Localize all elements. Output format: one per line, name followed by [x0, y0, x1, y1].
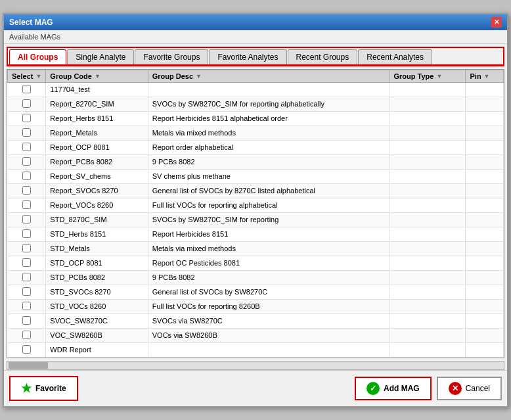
tab-favorite-groups[interactable]: Favorite Groups [135, 49, 208, 64]
row-checkbox-cell [8, 183, 46, 198]
group-code-filter-icon[interactable]: ▼ [95, 73, 100, 80]
row-group-type [389, 126, 466, 140]
row-checkbox[interactable] [22, 287, 31, 296]
row-checkbox[interactable] [22, 273, 31, 281]
title-bar: Select MAG ✕ [4, 14, 507, 30]
window-title: Select MAG [9, 18, 53, 27]
row-pin [466, 314, 504, 328]
row-group-desc: 9 PCBs 8082 [148, 154, 389, 169]
group-desc-label: Group Desc [152, 72, 193, 80]
row-group-desc: Report Herbicides 8151 [148, 227, 389, 241]
table-row: Report_Herbs 8151Report Herbicides 8151 … [8, 111, 504, 126]
data-table-container[interactable]: Select ▼ Group Code ▼ Group Desc ▼ [7, 69, 504, 358]
horizontal-scrollbar[interactable] [7, 361, 504, 370]
x-icon: ✕ [449, 382, 462, 395]
row-group-code: VOC_SW8260B [46, 328, 148, 342]
row-checkbox[interactable] [22, 128, 31, 137]
row-checkbox-cell [8, 314, 46, 328]
row-pin [466, 97, 504, 111]
row-pin [466, 241, 504, 256]
tab-recent-analytes[interactable]: Recent Analytes [358, 49, 432, 64]
row-group-type [389, 256, 466, 270]
table-header-row: Select ▼ Group Code ▼ Group Desc ▼ [8, 70, 504, 82]
row-checkbox[interactable] [22, 157, 31, 166]
row-group-type [389, 154, 466, 169]
row-checkbox[interactable] [22, 316, 31, 325]
close-button[interactable]: ✕ [491, 17, 502, 28]
pin-filter-icon[interactable]: ▼ [484, 73, 490, 80]
row-group-desc: General list of SVOCs by SW8270C [148, 285, 389, 299]
tab-all-groups[interactable]: All Groups [9, 49, 66, 64]
row-checkbox-cell [8, 97, 46, 111]
row-checkbox[interactable] [22, 215, 31, 223]
row-group-type [389, 140, 466, 154]
row-group-code: Report_SVOCs 8270 [46, 183, 148, 198]
row-group-code: 117704_test [46, 82, 148, 97]
add-mag-button[interactable]: ✓ Add MAG [355, 377, 432, 400]
row-group-code: Report_SV_chems [46, 169, 148, 183]
table-body: 117704_testReport_8270C_SIMSVOCs by SW82… [8, 82, 504, 357]
row-checkbox[interactable] [22, 143, 31, 151]
row-group-code: STD_Metals [46, 241, 148, 256]
row-checkbox[interactable] [22, 172, 31, 180]
row-group-code: Report_Herbs 8151 [46, 111, 148, 126]
row-pin [466, 270, 504, 285]
row-checkbox[interactable] [22, 302, 31, 310]
row-group-type [389, 183, 466, 198]
table-row: STD_MetalsMetals via mixed methods [8, 241, 504, 256]
favorite-button[interactable]: ★ Favorite [9, 376, 78, 401]
row-checkbox[interactable] [22, 331, 31, 339]
group-type-filter-icon[interactable]: ▼ [436, 73, 442, 80]
group-desc-filter-icon[interactable]: ▼ [196, 73, 202, 80]
col-group-type: Group Type ▼ [389, 70, 466, 82]
row-checkbox-cell [8, 169, 46, 183]
row-checkbox-cell [8, 140, 46, 154]
table-row: Report_OCP 8081Report order alphabetical [8, 140, 504, 154]
scrollbar-thumb[interactable] [9, 362, 48, 369]
row-checkbox-cell [8, 212, 46, 227]
row-group-type [389, 97, 466, 111]
row-group-desc: VOCs via SW8260B [148, 328, 389, 342]
table-row: 117704_test [8, 82, 504, 97]
row-checkbox-cell [8, 270, 46, 285]
row-pin [466, 212, 504, 227]
row-checkbox-cell [8, 285, 46, 299]
row-checkbox[interactable] [22, 200, 31, 209]
table-row: Report_SVOCs 8270General list of SVOCs b… [8, 183, 504, 198]
row-checkbox-cell [8, 299, 46, 314]
row-checkbox[interactable] [22, 85, 31, 93]
row-checkbox[interactable] [22, 345, 31, 354]
row-group-desc: 9 PCBs 8082 [148, 270, 389, 285]
tab-favorite-analytes[interactable]: Favorite Analytes [209, 49, 286, 64]
cancel-button[interactable]: ✕ Cancel [437, 377, 502, 400]
table-row: Report_8270C_SIMSVOCs by SW8270C_SIM for… [8, 97, 504, 111]
row-checkbox[interactable] [22, 244, 31, 252]
row-checkbox[interactable] [22, 99, 31, 108]
favorite-label: Favorite [35, 384, 66, 393]
tab-single-analyte[interactable]: Single Analyte [67, 49, 134, 64]
row-group-code: Report_PCBs 8082 [46, 154, 148, 169]
row-checkbox-cell [8, 227, 46, 241]
row-group-code: STD_PCBs 8082 [46, 270, 148, 285]
row-checkbox-cell [8, 342, 46, 357]
select-filter-icon[interactable]: ▼ [35, 73, 41, 80]
row-group-type [389, 270, 466, 285]
row-group-type [389, 198, 466, 212]
star-icon: ★ [21, 381, 32, 396]
section-label: Available MAGs [4, 30, 507, 44]
row-group-type [389, 328, 466, 342]
row-group-desc [148, 82, 389, 97]
row-pin [466, 342, 504, 357]
tab-recent-groups[interactable]: Recent Groups [288, 49, 358, 64]
row-checkbox[interactable] [22, 114, 31, 122]
row-group-code: STD_8270C_SIM [46, 212, 148, 227]
row-pin [466, 154, 504, 169]
row-checkbox[interactable] [22, 258, 31, 267]
row-group-type [389, 314, 466, 328]
row-group-type [389, 241, 466, 256]
row-checkbox[interactable] [22, 186, 31, 195]
row-checkbox[interactable] [22, 229, 31, 238]
row-group-type [389, 212, 466, 227]
row-group-type [389, 285, 466, 299]
main-window: Select MAG ✕ Available MAGs All Groups S… [3, 13, 508, 408]
